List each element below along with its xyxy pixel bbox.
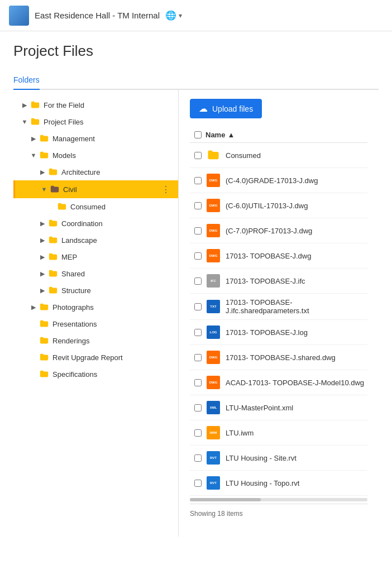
file13-icon: RVT (205, 475, 221, 491)
mep-folder-icon (48, 252, 58, 262)
sidebar-item-models[interactable]: Models (13, 147, 178, 164)
scrollbar-thumb[interactable] (190, 498, 261, 501)
project-files-folder-icon (30, 117, 40, 127)
file11-checkbox-input[interactable] (194, 429, 202, 437)
sidebar-item-mep[interactable]: MEP (13, 248, 178, 265)
file3-checkbox-input[interactable] (194, 227, 202, 234)
file1-checkbox-input[interactable] (194, 177, 202, 184)
sidebar-item-revit-upgrade-report[interactable]: Revit Upgrade Report (13, 349, 178, 366)
file6-checkbox[interactable] (190, 303, 205, 310)
file12-checkbox-input[interactable] (194, 454, 202, 462)
file2-checkbox-input[interactable] (194, 202, 202, 209)
management-chevron (29, 134, 38, 143)
file9-checkbox-input[interactable] (194, 379, 202, 386)
sidebar-item-structure[interactable]: Structure (13, 282, 178, 299)
file7-checkbox[interactable] (190, 329, 205, 336)
file4-checkbox[interactable] (190, 252, 205, 260)
tab-folders[interactable]: Folders (13, 71, 40, 90)
file5-checkbox[interactable] (190, 277, 205, 285)
globe-icon[interactable]: 🌐 (165, 10, 176, 21)
project-files-chevron (20, 117, 29, 126)
project-name: East Residence Hall - TM Internal (35, 11, 160, 20)
file4-icon: DWG (205, 248, 221, 264)
table-row[interactable]: DWG(C-4.0)GRADE-17013-J.dwg (190, 168, 367, 193)
scrollbar[interactable] (190, 498, 367, 501)
file3-checkbox[interactable] (190, 227, 205, 234)
file2-checkbox[interactable] (190, 202, 205, 209)
table-row[interactable]: DWG17013- TOPOBASE-J.shared.dwg (190, 345, 367, 370)
upload-files-button[interactable]: ☁ Upload files (190, 99, 262, 118)
sidebar-item-civil[interactable]: Civil⋮ (13, 180, 178, 198)
status-bar: Showing 18 items (190, 504, 367, 523)
table-row[interactable]: RVTLTU Housing - Site.rvt (190, 446, 367, 471)
sidebar-item-for-the-field[interactable]: For the Field (13, 97, 178, 113)
header-dropdown-icon[interactable]: ▾ (179, 12, 182, 20)
main-layout: For the Field Project Files Management M… (13, 90, 379, 537)
consumed-folder-checkbox[interactable] (190, 152, 205, 159)
table-row[interactable]: XMLLTU-MasterPoint.xml (190, 395, 367, 420)
file12-checkbox[interactable] (190, 454, 205, 462)
shared-folder-icon (48, 269, 58, 279)
consumed-folder-checkbox-input[interactable] (194, 152, 202, 159)
file8-checkbox-input[interactable] (194, 354, 202, 361)
civil-more-icon[interactable]: ⋮ (160, 184, 171, 195)
table-row[interactable]: TXT17013- TOPOBASE-J.ifc.sharedparameter… (190, 294, 367, 320)
sidebar-item-specifications[interactable]: Specifications (13, 366, 178, 382)
sidebar-item-renderings[interactable]: Renderings (13, 332, 178, 349)
sidebar-item-coordination[interactable]: Coordination (13, 215, 178, 232)
page-title: Project Files (13, 42, 379, 60)
civil-folder-icon (50, 184, 60, 194)
file13-checkbox[interactable] (190, 480, 205, 487)
select-all-checkbox[interactable] (190, 131, 205, 138)
select-all-input[interactable] (194, 131, 202, 138)
table-row[interactable]: DWG17013- TOPOBASE-J.dwg (190, 243, 367, 269)
file12-icon: RVT (205, 450, 221, 466)
app-logo (9, 6, 29, 26)
app-header: East Residence Hall - TM Internal 🌐 ▾ (0, 0, 392, 31)
file10-checkbox-input[interactable] (194, 404, 202, 411)
file-table: ConsumedDWG(C-4.0)GRADE-17013-J.dwgDWG(C… (190, 143, 367, 496)
coordination-label: Coordination (61, 219, 171, 228)
sidebar-item-photographs[interactable]: Photographs (13, 299, 178, 315)
file5-name: 17013- TOPOBASE-J.ifc (226, 277, 367, 285)
sidebar-item-landscape[interactable]: Landscape (13, 232, 178, 248)
file9-checkbox[interactable] (190, 379, 205, 386)
sidebar-item-presentations[interactable]: Presentations (13, 315, 178, 332)
file6-checkbox-input[interactable] (194, 303, 202, 310)
file11-checkbox[interactable] (190, 429, 205, 437)
table-row[interactable]: LOG17013- TOPOBASE-J.log (190, 320, 367, 345)
sidebar-item-shared[interactable]: Shared (13, 265, 178, 282)
file11-name: LTU.iwm (226, 429, 367, 437)
file11-icon: IWM (205, 425, 221, 441)
file13-checkbox-input[interactable] (194, 480, 202, 487)
for-the-field-label: For the Field (44, 101, 171, 109)
file8-checkbox[interactable] (190, 354, 205, 361)
sidebar-item-architecture[interactable]: Architecture (13, 164, 178, 180)
file2-icon: DWG (205, 198, 221, 213)
sidebar-item-project-files[interactable]: Project Files (13, 113, 178, 130)
table-row[interactable]: Consumed (190, 143, 367, 168)
sidebar-item-management[interactable]: Management (13, 130, 178, 147)
architecture-chevron (38, 167, 47, 176)
name-column-header[interactable]: Name ▲ (205, 131, 235, 139)
revit-upgrade-report-folder-icon (39, 352, 49, 362)
tabs-bar: Folders (13, 71, 379, 90)
table-row[interactable]: DWGACAD-17013- TOPOBASE-J-Model10.dwg (190, 370, 367, 395)
file1-checkbox[interactable] (190, 177, 205, 184)
table-row[interactable]: IFC17013- TOPOBASE-J.ifc (190, 269, 367, 294)
structure-folder-icon (48, 285, 58, 295)
table-row[interactable]: IWMLTU.iwm (190, 420, 367, 446)
file8-name: 17013- TOPOBASE-J.shared.dwg (226, 353, 367, 362)
sidebar-item-consumed[interactable]: Consumed (13, 198, 178, 215)
table-row[interactable]: DWG(C-6.0)UTIL-17013-J.dwg (190, 193, 367, 218)
shared-label: Shared (61, 270, 171, 278)
right-panel: ☁ Upload files Name ▲ ConsumedDWG(C-4.0)… (179, 90, 379, 537)
table-row[interactable]: DWG(C-7.0)PROF-17013-J.dwg (190, 218, 367, 243)
table-row[interactable]: RVTLTU Housing - Topo.rvt (190, 471, 367, 496)
file2-name: (C-6.0)UTIL-17013-J.dwg (226, 202, 367, 210)
file10-checkbox[interactable] (190, 404, 205, 411)
file4-checkbox-input[interactable] (194, 252, 202, 260)
file7-checkbox-input[interactable] (194, 329, 202, 336)
file5-checkbox-input[interactable] (194, 277, 202, 285)
file6-icon: TXT (205, 299, 221, 314)
